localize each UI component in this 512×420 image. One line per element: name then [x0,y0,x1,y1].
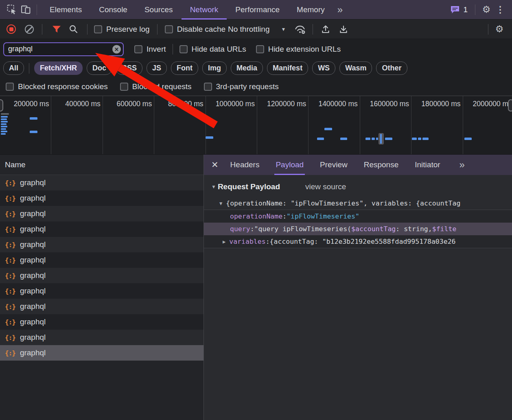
clear-filter-icon[interactable]: ✕ [112,45,121,53]
request-row[interactable]: {:}graphql [0,330,203,345]
more-details-tabs-icon[interactable]: » [455,159,468,171]
json-request-icon: {:} [5,241,15,249]
timeline-bar [206,136,213,139]
inspect-element-icon[interactable] [5,3,19,17]
expand-triangle-icon[interactable]: ▶ [223,239,225,245]
blocked-requests-checkbox[interactable] [120,83,128,91]
view-source-link[interactable]: view source [305,182,346,191]
payload-value: "ipFlowTimeseries" [287,212,359,220]
settings-gear-icon[interactable]: ⚙ [479,3,493,17]
timeline-bar [464,138,472,140]
request-row[interactable]: {:}graphql [0,206,203,221]
invert-checkbox[interactable] [134,45,142,53]
request-row[interactable]: {:}graphql [0,237,203,252]
chip-other[interactable]: Other [376,61,407,75]
request-row[interactable]: {:}graphql [0,252,203,268]
divider [37,4,37,15]
tab-console[interactable]: Console [90,0,136,20]
chip-all[interactable]: All [3,61,24,75]
kebab-menu-icon[interactable]: ⋮ [493,3,507,17]
request-row[interactable]: {:}graphql [0,314,203,330]
third-party-requests-option: 3rd-party requests [204,82,279,91]
import-har-icon[interactable] [319,22,333,36]
request-row[interactable]: {:}graphql [0,175,203,190]
payload-panel: ▼ Request Payload view source ▼ {operati… [204,175,512,420]
timeline-bar [1,131,7,132]
third-party-requests-checkbox[interactable] [204,83,212,91]
request-row[interactable]: {:}graphql [0,190,203,206]
kv-separator: : [250,225,254,233]
name-column-header[interactable]: Name [0,155,203,175]
overview-grip[interactable] [508,99,512,112]
chip-css[interactable]: CSS [116,61,142,75]
overview-grip[interactable] [0,99,3,112]
more-tabs-icon[interactable]: » [333,4,346,15]
request-payload-section[interactable]: ▼ Request Payload view source [204,180,512,194]
tab-memory[interactable]: Memory [288,0,333,20]
chip-doc[interactable]: Doc [87,61,112,75]
close-details-icon[interactable]: ✕ [211,160,219,170]
chip-media[interactable]: Media [231,61,263,75]
search-icon[interactable] [67,22,81,36]
json-request-icon: {:} [5,210,15,218]
network-conditions-icon[interactable] [293,22,307,36]
tab-response[interactable]: Response [363,155,400,175]
tab-performance[interactable]: Performance [227,0,288,20]
blocked-response-cookies-checkbox[interactable] [6,83,14,91]
export-har-icon[interactable] [337,22,350,36]
record-network-log-icon[interactable] [7,24,16,34]
disable-cache-checkbox[interactable] [165,25,173,33]
payload-value: {accountTag: "b12e3b2192ee5588fdad995178… [270,238,456,245]
request-row[interactable]: {:}graphql [0,299,203,314]
tab-elements[interactable]: Elements [41,0,90,20]
issues-counter[interactable]: 1 [447,5,471,14]
timeline-bar [365,138,370,140]
chip-font[interactable]: Font [171,61,198,75]
payload-children: operationName: "ipFlowTimeseries" query:… [204,210,512,248]
tab-sources[interactable]: Sources [136,0,182,20]
hide-extension-urls-checkbox[interactable] [256,45,264,53]
preserve-log-checkbox[interactable] [94,25,102,33]
timeline-bar [422,138,429,140]
payload-query-row-selected[interactable]: query: "query ipFlowTimeseries($accountT… [204,223,512,235]
disable-cache-option: Disable cache [165,25,225,34]
request-row-selected[interactable]: {:}graphql [0,345,203,361]
chip-img[interactable]: Img [202,61,227,75]
json-request-icon: {:} [5,318,15,326]
request-row[interactable]: {:}graphql [0,283,203,299]
tab-network[interactable]: Network [182,0,227,20]
tab-initiator[interactable]: Initiator [414,155,441,175]
timeline-bar [412,138,417,140]
device-toolbar-icon[interactable] [19,3,33,17]
blocked-response-cookies-option: Blocked response cookies [6,82,108,91]
network-settings-gear-icon[interactable]: ⚙ [492,22,506,36]
clear-network-log-icon[interactable] [25,25,34,34]
payload-tree: ▼ {operationName: "ipFlowTimeseries", va… [204,197,512,248]
payload-variables-row[interactable]: ▶ variables: {accountTag: "b12e3b2192ee5… [204,235,512,248]
timeline-overview[interactable]: 200000 ms400000 ms600000 ms800000 ms1000… [0,96,512,155]
tab-headers[interactable]: Headers [229,155,261,175]
chip-js[interactable]: JS [147,61,167,75]
filter-icon[interactable] [50,22,63,36]
payload-operation-row[interactable]: operationName: "ipFlowTimeseries" [204,210,512,223]
request-row[interactable]: {:}graphql [0,268,203,283]
tab-payload[interactable]: Payload [274,155,305,175]
filter-input[interactable] [3,42,124,56]
hide-data-urls-checkbox[interactable] [179,45,188,53]
payload-summary-row[interactable]: ▼ {operationName: "ipFlowTimeseries", va… [204,197,512,210]
divider [87,24,88,35]
chip-fetch-xhr[interactable]: Fetch/XHR [34,61,83,75]
chip-wasm[interactable]: Wasm [339,61,372,75]
request-row[interactable]: {:}graphql [0,221,203,237]
throttling-select[interactable]: No throttling ▼ [228,25,286,34]
tab-preview[interactable]: Preview [319,155,349,175]
collapse-triangle-icon[interactable]: ▼ [211,184,216,190]
chip-ws[interactable]: WS [312,61,335,75]
json-request-icon: {:} [5,225,15,233]
request-name: graphql [20,256,46,265]
collapse-triangle-icon[interactable]: ▼ [219,201,222,206]
request-name: graphql [20,178,46,187]
chip-manifest[interactable]: Manifest [267,61,308,75]
details-tab-bar: ✕ Headers Payload Preview Response Initi… [204,155,512,175]
payload-value: : string, [396,225,432,233]
